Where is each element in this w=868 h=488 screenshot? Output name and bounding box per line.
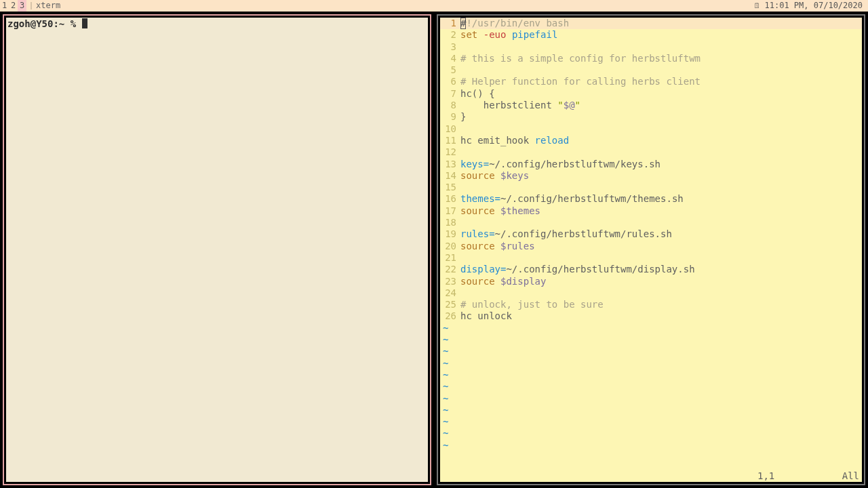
line-number: 1 (440, 18, 460, 29)
vim-tilde: ~ (440, 405, 862, 416)
line-number: 18 (440, 217, 460, 228)
tag-2[interactable]: 2 (9, 0, 18, 12)
code-text (460, 146, 862, 158)
code-line: 13keys=~/.config/herbstluftwm/keys.sh (440, 159, 862, 170)
code-line: 7hc() { (440, 88, 862, 100)
code-text: display=~/.config/herbstluftwm/display.s… (460, 264, 862, 275)
frame-editor[interactable]: 1#!/usr/bin/env bash2set -euo pipefail34… (434, 12, 868, 488)
line-number: 25 (440, 299, 460, 310)
code-text: } (460, 111, 862, 123)
code-text: set -euo pipefail (460, 29, 862, 41)
code-text (460, 123, 862, 135)
line-number: 21 (440, 252, 460, 264)
line-number: 22 (440, 264, 460, 275)
line-number: 11 (440, 135, 460, 146)
line-number: 3 (440, 41, 460, 53)
line-number: 16 (440, 193, 460, 205)
line-number: 6 (440, 76, 460, 87)
line-number: 17 (440, 205, 460, 217)
line-number: 8 (440, 100, 460, 111)
line-number: 7 (440, 88, 460, 100)
code-text: source $display (460, 276, 862, 287)
calendar-icon: 🗓 (753, 0, 761, 12)
code-line: 12 (440, 146, 862, 158)
line-number: 15 (440, 182, 460, 193)
bar-separator (31, 2, 32, 9)
vim-tilde: ~ (440, 416, 862, 428)
code-text: # Helper function for calling herbs clie… (460, 76, 862, 87)
vim-editor[interactable]: 1#!/usr/bin/env bash2set -euo pipefail34… (440, 18, 862, 482)
code-text (460, 287, 862, 299)
vim-tilde: ~ (440, 346, 862, 357)
line-number: 9 (440, 111, 460, 123)
code-text: hc unlock (460, 310, 862, 322)
line-number: 12 (440, 146, 460, 158)
line-number: 13 (440, 159, 460, 170)
code-line: 25# unlock, just to be sure (440, 299, 862, 310)
line-number: 20 (440, 241, 460, 252)
code-text: herbstclient "$@" (460, 100, 862, 111)
code-line: 20source $rules (440, 241, 862, 252)
code-line: 24 (440, 287, 862, 299)
vim-tilde: ~ (440, 381, 862, 392)
line-number: 23 (440, 276, 460, 287)
vim-tilde: ~ (440, 369, 862, 381)
vim-tilde: ~ (440, 323, 862, 334)
code-text (460, 182, 862, 193)
code-line: 15 (440, 182, 862, 193)
code-text (460, 64, 862, 76)
code-line: 9} (440, 111, 862, 123)
code-text (460, 252, 862, 264)
code-line: 4# this is a simple config for herbstluf… (440, 53, 862, 64)
line-number: 19 (440, 228, 460, 240)
line-number: 4 (440, 53, 460, 64)
vim-scroll-pct: All (832, 470, 859, 482)
vim-tilde: ~ (440, 393, 862, 405)
code-line: 23source $display (440, 276, 862, 287)
tag-3[interactable]: 3 (18, 0, 26, 12)
line-number: 14 (440, 170, 460, 182)
code-text: #!/usr/bin/env bash (460, 18, 862, 29)
code-line: 3 (440, 41, 862, 53)
prompt-text: zgoh@Y50:~ % (7, 18, 82, 29)
shell-prompt: zgoh@Y50:~ % (6, 18, 428, 30)
code-line: 1#!/usr/bin/env bash (440, 18, 862, 29)
code-text (460, 217, 862, 228)
code-line: 11hc emit_hook reload (440, 135, 862, 146)
vim-buffer: 1#!/usr/bin/env bash2set -euo pipefail34… (440, 18, 862, 451)
status-bar: 123 xterm 🗓 11:01 PM, 07/10/2020 (0, 0, 868, 12)
clock: 11:01 PM, 07/10/2020 (765, 0, 869, 12)
code-line: 6# Helper function for calling herbs cli… (440, 76, 862, 87)
terminal[interactable]: zgoh@Y50:~ % (6, 18, 428, 482)
code-line: 18 (440, 217, 862, 228)
vim-tilde: ~ (440, 358, 862, 369)
code-line: 10 (440, 123, 862, 135)
code-line: 22display=~/.config/herbstluftwm/display… (440, 264, 862, 275)
code-text: source $rules (460, 241, 862, 252)
code-text: source $themes (460, 205, 862, 217)
frame-terminal[interactable]: zgoh@Y50:~ % (0, 12, 434, 488)
vim-tilde: ~ (440, 334, 862, 346)
line-number: 5 (440, 64, 460, 76)
code-text: rules=~/.config/herbstluftwm/rules.sh (460, 228, 862, 240)
vim-tilde: ~ (440, 428, 862, 439)
line-number: 24 (440, 287, 460, 299)
line-number: 10 (440, 123, 460, 135)
tiling-area: zgoh@Y50:~ % 1#!/usr/bin/env bash2set -e… (0, 12, 868, 488)
code-text: keys=~/.config/herbstluftwm/keys.sh (460, 159, 862, 170)
vim-tilde: ~ (440, 440, 862, 451)
code-line: 16themes=~/.config/herbstluftwm/themes.s… (440, 193, 862, 205)
code-line: 5 (440, 64, 862, 76)
code-text: hc emit_hook reload (460, 135, 862, 146)
tag-list: 123 (0, 0, 26, 12)
code-text: source $keys (460, 170, 862, 182)
code-line: 8 herbstclient "$@" (440, 100, 862, 111)
code-line: 14source $keys (440, 170, 862, 182)
tag-1[interactable]: 1 (0, 0, 9, 12)
code-text: # unlock, just to be sure (460, 299, 862, 310)
code-line: 21 (440, 252, 862, 264)
code-text: hc() { (460, 88, 862, 100)
vim-statusline: 1,1 All (440, 470, 862, 482)
code-line: 17source $themes (440, 205, 862, 217)
code-line: 26hc unlock (440, 310, 862, 322)
